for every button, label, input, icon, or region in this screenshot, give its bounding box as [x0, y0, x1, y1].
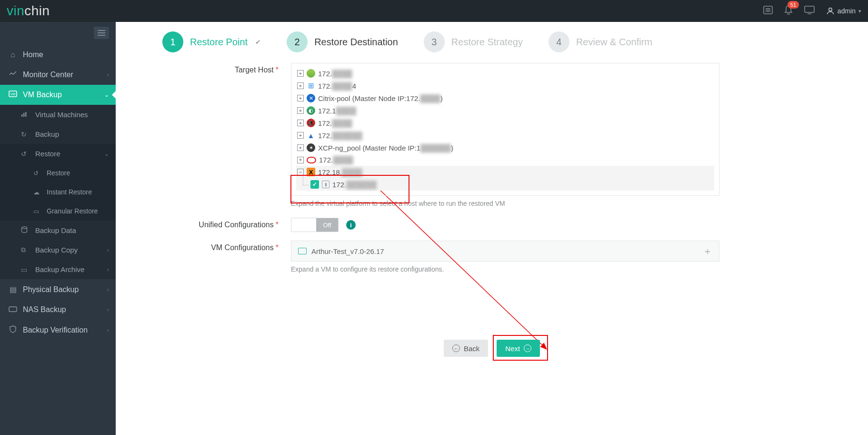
restore-icon: ↺	[21, 150, 31, 158]
info-icon[interactable]: i	[346, 220, 356, 230]
step-number: 4	[549, 31, 569, 52]
sidebar-toggle[interactable]	[94, 27, 109, 39]
next-arrow-icon: →	[524, 344, 531, 352]
sidebar-subsub-instant-restore[interactable]: ☁ Instant Restore	[0, 182, 116, 202]
expand-icon[interactable]: +	[297, 144, 304, 151]
expand-icon[interactable]: +	[297, 70, 304, 77]
sidebar-label: Restore	[35, 150, 104, 158]
sidebar-label: Home	[23, 51, 109, 59]
notifications-button[interactable]: 51	[784, 5, 793, 17]
sidebar-label: VM Backup	[23, 91, 104, 99]
step-number: 2	[287, 31, 308, 52]
windows-icon: ⊞	[307, 81, 315, 90]
sidebar-label: NAS Backup	[23, 305, 107, 314]
chevron-left-icon: ‹	[107, 247, 109, 253]
wizard-step-4[interactable]: 4 Review & Confirm	[549, 31, 652, 52]
user-menu[interactable]: admin ▾	[826, 7, 861, 15]
sidebar-sub-restore[interactable]: ↺ Restore ⌄	[0, 144, 116, 163]
sidebar-sub-backup-data[interactable]: Backup Data	[0, 221, 116, 240]
refresh-icon: ↻	[21, 131, 31, 138]
tree-node[interactable]: + 172.████	[296, 154, 714, 166]
svg-point-6	[829, 8, 832, 11]
expand-icon[interactable]: +	[297, 157, 304, 163]
chevron-left-icon: ‹	[107, 286, 109, 293]
sidebar-item-vm-backup[interactable]: VM VM Backup ⌄	[0, 85, 116, 105]
home-icon: ⌂	[7, 51, 19, 59]
sidebar-sub-backup[interactable]: ↻ Backup	[0, 124, 116, 144]
vm-config-row[interactable]: Arthur-Test_v7.0-26.17 ＋	[291, 241, 719, 262]
tree-node[interactable]: + ⊞ 172.████4	[296, 80, 714, 92]
username-label: admin	[838, 7, 856, 15]
back-label: Back	[464, 344, 479, 353]
monitor-icon[interactable]	[804, 6, 815, 17]
tree-node-expanded[interactable]: − X 172.18.████	[296, 166, 714, 178]
step-label: Review & Confirm	[576, 37, 652, 48]
sidebar-subsub-restore[interactable]: ↺ Restore	[0, 163, 116, 182]
collapse-icon[interactable]: −	[297, 169, 304, 175]
checkbox-checked-icon[interactable]: ✓	[310, 180, 319, 189]
host-icon: ▮	[322, 181, 329, 188]
expand-icon[interactable]: +	[297, 82, 304, 89]
expand-icon[interactable]: +	[297, 120, 304, 126]
sidebar-sub-backup-archive[interactable]: ▭ Backup Archive ‹	[0, 260, 116, 279]
tree-node[interactable]: + ▲ 172.██████	[296, 129, 714, 142]
sidebar-label: Instant Restore	[47, 188, 92, 196]
wizard-step-3[interactable]: 3 Restore Strategy	[424, 31, 523, 52]
step-number: 1	[162, 31, 183, 52]
sidebar-label: Granular Restore	[47, 207, 98, 215]
back-arrow-icon: ←	[452, 344, 460, 352]
sidebar-sub-virtual-machines[interactable]: Virtual Machines	[0, 105, 116, 124]
tree-node[interactable]: + ◐ 172.1████	[296, 104, 714, 117]
sidebar-label: Monitor Center	[23, 71, 107, 79]
sidebar-label: Restore	[47, 169, 70, 177]
wizard-step-1[interactable]: 1 Restore Point ✔	[162, 31, 261, 52]
expand-icon[interactable]: +	[297, 95, 304, 101]
list-icon[interactable]	[763, 6, 773, 17]
unified-config-label: Unified Configurations*	[129, 218, 291, 232]
tree-node[interactable]: + 172.████	[296, 67, 714, 80]
sidebar-sub-backup-copy[interactable]: ⧉ Backup Copy ‹	[0, 240, 116, 260]
next-button[interactable]: Next →	[497, 340, 540, 357]
svg-rect-11	[25, 112, 27, 117]
wizard-step-2[interactable]: 2 Restore Destination	[287, 31, 398, 52]
chevron-left-icon: ‹	[107, 306, 109, 313]
tree-node[interactable]: + ✶ XCP-ng_pool (Master Node IP:1██████)	[296, 142, 714, 154]
svg-rect-13	[9, 307, 17, 312]
sidebar-label: Backup	[35, 130, 59, 138]
unified-config-toggle[interactable]: Off	[291, 218, 339, 232]
sidebar-label: Backup Archive	[35, 265, 107, 273]
sidebar-item-home[interactable]: ⌂ Home	[0, 45, 116, 65]
target-host-label: Target Host*	[129, 63, 291, 207]
svg-point-12	[22, 227, 27, 229]
sidebar-item-nas-backup[interactable]: NAS Backup ‹	[0, 300, 116, 320]
shield-icon	[7, 325, 19, 335]
vm-config-name: Arthur-Test_v7.0-26.17	[311, 247, 384, 255]
sidebar-item-backup-verification[interactable]: Backup Verification ‹	[0, 320, 116, 341]
app-logo: vinchin	[7, 3, 50, 19]
step-number: 3	[424, 31, 445, 52]
tree-node[interactable]: + ✕ Citrix-pool (Master Node IP:172.████…	[296, 92, 714, 104]
archive-icon: ▭	[33, 208, 44, 215]
xcp-icon: ✶	[307, 143, 315, 152]
vm-config-label: VM Configurations*	[129, 241, 291, 273]
target-host-tree[interactable]: + 172.████ + ⊞ 172.████4 + ✕ Citrix-pool…	[291, 63, 719, 196]
sidebar-subsub-granular-restore[interactable]: ▭ Granular Restore	[0, 202, 116, 221]
user-icon	[826, 7, 835, 15]
svg-rect-10	[23, 113, 25, 117]
next-label: Next	[505, 344, 520, 353]
sidebar-label: Physical Backup	[23, 285, 107, 294]
tree-node-child-selected[interactable]: ✓ ▮ 172.██████	[296, 178, 714, 191]
copy-icon: ⧉	[21, 246, 31, 254]
expand-icon[interactable]: +	[297, 107, 304, 114]
step-label: Restore Destination	[314, 37, 398, 48]
expand-plus-icon[interactable]: ＋	[703, 245, 712, 258]
sidebar-item-monitor-center[interactable]: Monitor Center ‹	[0, 65, 116, 85]
back-button[interactable]: ← Back	[444, 340, 488, 357]
archive-icon: ▭	[21, 266, 31, 273]
check-icon: ✔	[255, 38, 261, 46]
sidebar-item-physical-backup[interactable]: ▤ Physical Backup ‹	[0, 279, 116, 300]
tree-node[interactable]: + 🎩 172.████	[296, 117, 714, 129]
expand-icon[interactable]: +	[297, 132, 304, 139]
openstack-icon: ◐	[307, 106, 315, 115]
chevron-down-icon: ⌄	[104, 91, 109, 98]
